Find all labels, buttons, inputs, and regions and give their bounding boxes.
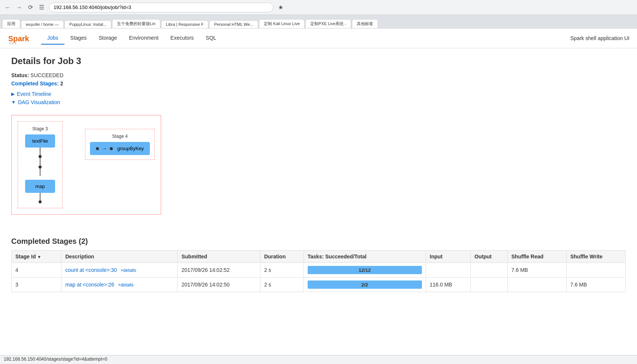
app-title: Spark shell application UI (570, 35, 630, 41)
cell-duration-4: 2 s (260, 263, 304, 277)
cell-submitted-3: 2017/09/26 14:02:50 (178, 277, 260, 292)
nav-jobs[interactable]: Jobs (41, 32, 64, 45)
nav-environment[interactable]: Environment (123, 32, 164, 45)
cell-input-4 (426, 263, 470, 277)
dag-visualization-toggle[interactable]: ▼ DAG Visualization (11, 99, 626, 105)
spark-header: Spark 2.1.1 Jobs Stages Storage Environm… (0, 28, 637, 48)
nav-storage[interactable]: Storage (93, 32, 123, 45)
cell-shuffle-read-3 (507, 277, 566, 292)
progress-bar-4: 12/12 (308, 266, 422, 274)
table-row: 3 map at <console>:26 +details 2017/09/2… (12, 277, 626, 292)
dag-node-map: map (25, 180, 55, 193)
forward-button[interactable]: → (15, 3, 23, 12)
cell-input-3: 116.0 MB (426, 277, 470, 292)
dag-stage-3-title: Stage 3 (32, 126, 48, 131)
completed-stages-header: Completed Stages (2) (11, 237, 626, 246)
spark-navigation: Jobs Stages Storage Environment Executor… (41, 32, 570, 45)
dag-stage3-nodes: textFile map (25, 134, 55, 203)
table-body: 4 count at <console>:30 +details 2017/09… (12, 263, 626, 292)
spark-logo-icon: Spark 2.1.1 (7, 31, 34, 45)
col-description: Description (61, 251, 178, 263)
details-link-3[interactable]: +details (118, 282, 134, 288)
dag-dot-1 (39, 155, 42, 158)
table-header: Stage Id ▼ Description Submitted Duratio… (12, 251, 626, 263)
home-button[interactable]: ☰ (37, 3, 46, 12)
dag-dot-2 (39, 166, 42, 169)
completed-stages-table: Stage Id ▼ Description Submitted Duratio… (11, 250, 626, 292)
cell-shuffle-write-4 (566, 263, 625, 277)
dag-node-textfile: textFile (25, 134, 55, 148)
reload-button[interactable]: ⟳ (26, 3, 34, 12)
event-timeline-arrow: ▶ (11, 91, 15, 97)
browser-tab-kali[interactable]: 定制 Kali Linux Live (259, 19, 305, 28)
browser-tab-personal[interactable]: Personal HTML We... (209, 20, 258, 28)
nav-sql[interactable]: SQL (200, 32, 222, 45)
dag-node-groupbykey-label: groupByKey (117, 146, 144, 151)
back-button[interactable]: ← (4, 3, 12, 12)
url-bar[interactable] (49, 3, 274, 12)
dag-stage-3: Stage 3 textFile map (18, 121, 63, 208)
browser-tab-pxe[interactable]: 定制PXE Live系统 - (305, 19, 351, 28)
dag-arrow: ▼ (11, 100, 16, 105)
browser-tab-libra[interactable]: Libra | Responsive F (161, 20, 209, 28)
cell-tasks-3: 2/2 (304, 277, 426, 292)
bookmark-button[interactable]: ★ (277, 3, 285, 12)
nav-executors[interactable]: Executors (164, 32, 200, 45)
completed-stages-label: Completed Stages: (11, 81, 59, 87)
cell-output-3 (471, 277, 508, 292)
browser-tab-five[interactable]: 五个免费的轻量级Lin (112, 19, 160, 28)
cell-stage-id-4: 4 (12, 263, 61, 277)
description-link-4[interactable]: count at <console>:30 (65, 267, 117, 273)
description-link-3[interactable]: map at <console>:26 (65, 282, 114, 288)
nav-stages[interactable]: Stages (64, 32, 93, 45)
col-stage-id: Stage Id ▼ (12, 251, 61, 263)
progress-text-3: 2/2 (361, 282, 368, 288)
progress-text-4: 12/12 (359, 267, 371, 273)
completed-stages-count: 2 (60, 81, 63, 87)
dag-label: DAG Visualization (18, 99, 60, 105)
cell-shuffle-write-3: 7.6 MB (566, 277, 625, 292)
browser-tab-home[interactable]: wuyufei / home — (21, 20, 64, 28)
browser-tab-apps[interactable]: 应用 (2, 19, 20, 28)
progress-bar-3: 2/2 (308, 280, 422, 289)
table-header-row: Stage Id ▼ Description Submitted Duratio… (12, 251, 626, 263)
col-duration: Duration (260, 251, 304, 263)
page-title: Details for Job 3 (11, 56, 626, 66)
browser-tabs: 应用 wuyufei / home — PuppyLinux: Instal..… (0, 15, 637, 28)
table-row: 4 count at <console>:30 +details 2017/09… (12, 263, 626, 277)
dag-arrow-3 (40, 169, 40, 176)
page-content: Details for Job 3 Status: SUCCEEDED Comp… (0, 48, 637, 300)
status-label: Status: (11, 72, 29, 78)
col-shuffle-read: Shuffle Read (507, 251, 566, 263)
dag-arrow-1 (40, 148, 40, 155)
cell-description-4: count at <console>:30 +details (61, 263, 178, 277)
dag-dot-output (110, 147, 113, 150)
dag-arrow-2 (40, 158, 40, 166)
dag-dot-input (96, 147, 99, 150)
dag-visualization: Stage 3 textFile map Stage 4 (11, 115, 161, 215)
event-timeline-toggle[interactable]: ▶ Event Timeline (11, 91, 626, 97)
dag-stage-4-title: Stage 4 (112, 134, 127, 139)
cell-duration-3: 2 s (260, 277, 304, 292)
cell-stage-id-3: 3 (12, 277, 61, 292)
cell-tasks-4: 12/12 (304, 263, 426, 277)
col-submitted: Submitted (178, 251, 260, 263)
col-shuffle-write: Shuffle Write (566, 251, 625, 263)
col-input: Input (426, 251, 470, 263)
dag-dot-3 (39, 200, 42, 203)
status-value: SUCCEEDED (30, 72, 63, 78)
dag-stage4-nodes: → groupByKey (90, 142, 150, 155)
cell-output-4 (471, 263, 508, 277)
completed-stages-info: Completed Stages: 2 (11, 81, 626, 87)
col-output: Output (471, 251, 508, 263)
dag-node-groupbykey: → groupByKey (90, 142, 150, 155)
browser-tab-more[interactable]: 其他标签 (352, 19, 378, 28)
details-link-4[interactable]: +details (121, 268, 136, 273)
status-line: Status: SUCCEEDED (11, 72, 626, 78)
svg-text:2.1.1: 2.1.1 (9, 41, 16, 45)
browser-tab-puppy[interactable]: PuppyLinux: Instal... (64, 20, 111, 28)
cell-description-3: map at <console>:26 +details (61, 277, 178, 292)
spark-logo: Spark 2.1.1 (7, 31, 34, 45)
browser-toolbar: ← → ⟳ ☰ ★ (0, 0, 637, 15)
dag-stage-4: Stage 4 → groupByKey (85, 129, 155, 160)
